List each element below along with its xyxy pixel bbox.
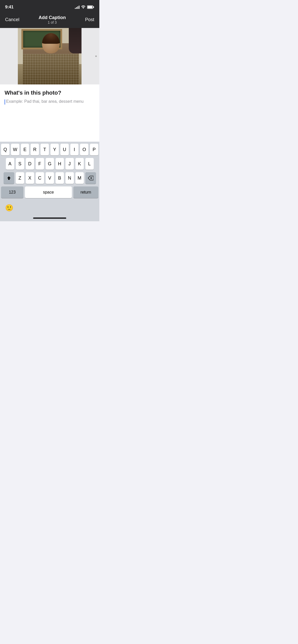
- space-key[interactable]: space: [25, 186, 72, 198]
- keyboard-row-1: Q W E R T Y U I O P: [1, 144, 98, 155]
- home-bar: [33, 217, 66, 219]
- caption-question: What's in this photo?: [5, 90, 95, 96]
- key-z[interactable]: Z: [16, 172, 24, 184]
- scroll-indicator: [95, 55, 97, 57]
- key-i[interactable]: I: [70, 144, 79, 155]
- return-key[interactable]: return: [73, 186, 98, 198]
- text-cursor: [5, 99, 5, 105]
- key-h[interactable]: H: [56, 158, 64, 170]
- caption-placeholder: Example: Pad thai, bar area, dessert men…: [6, 99, 84, 104]
- key-b[interactable]: B: [56, 172, 64, 184]
- home-indicator-area: [0, 215, 99, 221]
- nav-subtitle: 1 of 3: [39, 20, 66, 24]
- status-bar: 9:41: [0, 0, 99, 13]
- post-button[interactable]: Post: [85, 17, 94, 22]
- key-u[interactable]: U: [60, 144, 69, 155]
- key-f[interactable]: F: [36, 158, 44, 170]
- numbers-key[interactable]: 123: [1, 186, 23, 198]
- nav-title: Add Caption: [39, 15, 66, 20]
- cancel-button[interactable]: Cancel: [5, 17, 19, 22]
- key-l[interactable]: L: [85, 158, 94, 170]
- key-v[interactable]: V: [46, 172, 54, 184]
- delete-key[interactable]: [85, 172, 96, 184]
- status-time: 9:41: [5, 5, 13, 10]
- nav-title-block: Add Caption 1 of 3: [39, 15, 66, 24]
- emoji-button[interactable]: 🙂: [4, 203, 14, 213]
- keyboard: Q W E R T Y U I O P A S D F G H J K L Z …: [0, 142, 99, 201]
- nav-bar: Cancel Add Caption 1 of 3 Post: [0, 13, 99, 28]
- keyboard-footer: 🙂: [0, 201, 99, 215]
- key-n[interactable]: N: [65, 172, 74, 184]
- key-d[interactable]: D: [26, 158, 34, 170]
- key-k[interactable]: K: [75, 158, 84, 170]
- key-c[interactable]: C: [36, 172, 44, 184]
- key-x[interactable]: X: [26, 172, 34, 184]
- battery-icon: [87, 5, 94, 9]
- photo-area: [0, 28, 99, 84]
- keyboard-row-2: A S D F G H J K L: [1, 158, 98, 170]
- svg-rect-2: [88, 6, 92, 8]
- key-s[interactable]: S: [16, 158, 24, 170]
- key-m[interactable]: M: [75, 172, 84, 184]
- key-g[interactable]: G: [46, 158, 54, 170]
- key-q[interactable]: Q: [1, 144, 9, 155]
- key-t[interactable]: T: [40, 144, 49, 155]
- key-a[interactable]: A: [6, 158, 14, 170]
- keyboard-row-3: Z X C V B N M: [1, 172, 98, 184]
- caption-spacer: [0, 109, 99, 142]
- signal-icon: [75, 5, 79, 9]
- shift-key[interactable]: [4, 172, 14, 184]
- wifi-icon: [81, 5, 86, 9]
- caption-area: What's in this photo? Example: Pad thai,…: [0, 84, 99, 109]
- key-p[interactable]: P: [90, 144, 98, 155]
- key-y[interactable]: Y: [50, 144, 59, 155]
- key-o[interactable]: O: [80, 144, 88, 155]
- key-r[interactable]: R: [31, 144, 39, 155]
- caption-input-wrapper[interactable]: Example: Pad thai, bar area, dessert men…: [5, 99, 95, 105]
- key-j[interactable]: J: [65, 158, 74, 170]
- key-e[interactable]: E: [21, 144, 29, 155]
- status-icons: [75, 5, 94, 9]
- keyboard-bottom-row: 123 space return: [1, 186, 98, 198]
- svg-rect-1: [93, 6, 94, 8]
- key-w[interactable]: W: [11, 144, 19, 155]
- photo-image: [18, 28, 82, 84]
